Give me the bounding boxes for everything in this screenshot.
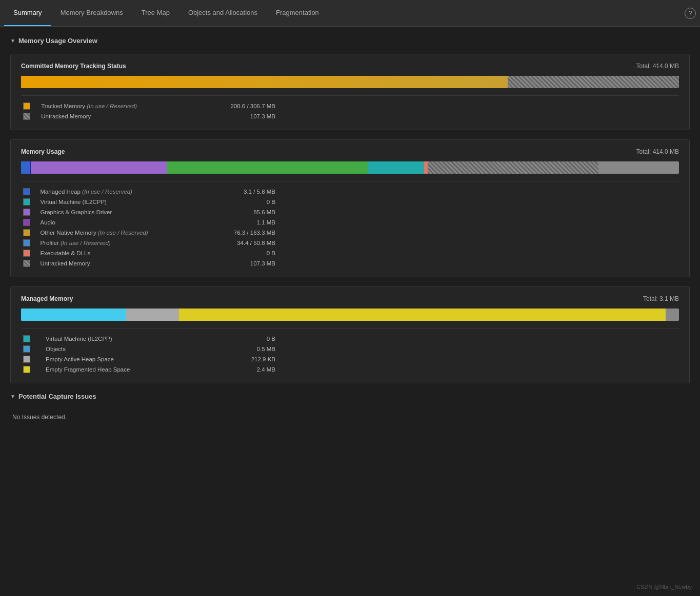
legend-value-mm-fragmented: 2.4 MB (221, 364, 277, 375)
tracked-bar-segment (21, 76, 508, 88)
managed-memory-total: Total: 3.1 MB (643, 295, 679, 302)
legend-label-tracked-italic: (In use / Reserved) (87, 103, 137, 109)
legend-color-mm-fragmented (23, 366, 30, 373)
legend-row-mm-vm: Virtual Machine (IL2CPP) 0 B (21, 334, 277, 344)
untracked-usage-bar (428, 161, 599, 174)
legend-row-vm: Virtual Machine (IL2CPP) 0 B (21, 197, 277, 207)
legend-color-tracked (23, 102, 30, 110)
legend-color-mm-objects (23, 345, 30, 353)
legend-label-vm: Virtual Machine (IL2CPP) (40, 199, 107, 205)
legend-value-managed-heap: 3.1 / 5.8 MB (208, 187, 277, 197)
legend-value-mm-objects: 0.5 MB (221, 344, 277, 354)
legend-row-other-native: Other Native Memory (In use / Reserved) … (21, 228, 277, 238)
legend-color-untracked-usage (23, 260, 30, 267)
legend-label-mm-vm: Virtual Machine (IL2CPP) (46, 336, 112, 342)
legend-label-tracked: Tracked Memory (41, 103, 85, 109)
managed-memory-legend: Virtual Machine (IL2CPP) 0 B Objects 0.5… (21, 334, 277, 375)
legend-row-mm-empty-active: Empty Active Heap Space 212.9 KB (21, 354, 277, 364)
legend-value-untracked-usage: 107.3 MB (208, 258, 277, 269)
legend-label-untracked-usage: Untracked Memory (40, 260, 90, 266)
tab-bar: Summary Memory Breakdowns Tree Map Objec… (0, 0, 700, 27)
tab-summary[interactable]: Summary (4, 0, 51, 26)
help-button[interactable]: ? (685, 8, 696, 19)
committed-memory-title: Committed Memory Tracking Status (21, 63, 126, 70)
legend-value-mm-empty-active: 212.9 KB (221, 354, 277, 364)
legend-value-other-native: 76.3 / 163.3 MB (208, 228, 277, 238)
no-issues-text: No Issues detected. (10, 409, 690, 425)
legend-color-managed-heap (23, 188, 30, 195)
legend-label-exec: Executable & DLLs (40, 250, 90, 256)
memory-overview-title: Memory Usage Overview (18, 37, 97, 45)
watermark: CSDN @Nbin_Newby (636, 584, 692, 590)
legend-value-mm-vm: 0 B (221, 334, 277, 344)
legend-color-exec (23, 250, 30, 257)
managed-memory-header: Managed Memory Total: 3.1 MB (21, 295, 679, 302)
legend-row-tracked: Tracked Memory (In use / Reserved) 200.6… (21, 101, 277, 111)
vm-bar (368, 161, 424, 174)
legend-color-graphics (23, 209, 30, 216)
committed-memory-total: Total: 414.0 MB (636, 63, 679, 70)
memory-usage-bar (21, 161, 679, 174)
legend-label-other-native: Other Native Memory (40, 230, 96, 236)
legend-label-profiler: Profiler (40, 240, 58, 246)
legend-color-vm (23, 198, 30, 205)
tab-tree-map[interactable]: Tree Map (132, 0, 179, 26)
legend-row-mm-fragmented: Empty Fragmented Heap Space 2.4 MB (21, 364, 277, 375)
potential-issues-section: ▼ Potential Capture Issues No Issues det… (10, 393, 690, 425)
committed-memory-header: Committed Memory Tracking Status Total: … (21, 63, 679, 70)
legend-label-audio: Audio (40, 219, 55, 225)
legend-color-audio (23, 219, 30, 226)
collapse-triangle[interactable]: ▼ (10, 38, 15, 44)
legend-color-other-native (23, 229, 30, 236)
tab-memory-breakdowns[interactable]: Memory Breakdowns (51, 0, 132, 26)
issues-title: Potential Capture Issues (18, 393, 96, 400)
issues-triangle[interactable]: ▼ (10, 394, 15, 399)
managed-memory-card: Managed Memory Total: 3.1 MB Virtual Mac… (10, 286, 690, 383)
legend-value-graphics: 85.6 MB (208, 207, 277, 217)
committed-memory-legend: Tracked Memory (In use / Reserved) 200.6… (21, 101, 277, 121)
memory-usage-total: Total: 414.0 MB (636, 148, 679, 155)
committed-memory-card: Committed Memory Tracking Status Total: … (10, 54, 690, 130)
legend-row-audio: Audio 1.1 MB (21, 217, 277, 228)
legend-value-profiler: 34.4 / 50.8 MB (208, 238, 277, 248)
legend-value-exec: 0 B (208, 248, 277, 258)
memory-usage-legend: Managed Heap (In use / Reserved) 3.1 / 5… (21, 187, 277, 269)
mm-empty-active-bar (126, 309, 179, 321)
legend-label-managed-heap: Managed Heap (40, 189, 81, 195)
legend-row-managed-heap: Managed Heap (In use / Reserved) 3.1 / 5… (21, 187, 277, 197)
legend-color-untracked (23, 113, 30, 120)
memory-usage-card: Memory Usage Total: 414.0 MB Managed Hea… (10, 139, 690, 277)
memory-usage-header: Memory Usage Total: 414.0 MB (21, 148, 679, 155)
legend-value-tracked: 200.6 / 306.7 MB (199, 101, 277, 111)
mm-fragmented-bar (179, 309, 666, 321)
legend-color-mm-vm (23, 335, 30, 342)
committed-memory-bar (21, 76, 679, 88)
main-content: ▼ Memory Usage Overview Committed Memory… (0, 27, 700, 435)
managed-memory-bar (21, 309, 679, 321)
other-native-bar (167, 161, 369, 174)
legend-row-untracked: Untracked Memory 107.3 MB (21, 111, 277, 121)
tab-objects-allocations[interactable]: Objects and Allocations (179, 0, 267, 26)
legend-label-mm-objects: Objects (46, 346, 66, 352)
memory-usage-title: Memory Usage (21, 148, 65, 155)
legend-row-exec: Executable & DLLs 0 B (21, 248, 277, 258)
legend-row-graphics: Graphics & Graphics Driver 85.6 MB (21, 207, 277, 217)
mm-vm-bar (21, 309, 126, 321)
legend-color-mm-empty-active (23, 356, 30, 363)
managed-memory-title: Managed Memory (21, 295, 73, 302)
legend-color-profiler (23, 239, 30, 246)
tab-fragmentation[interactable]: Fragmentation (267, 0, 328, 26)
legend-label-mm-empty-active: Empty Active Heap Space (46, 356, 114, 362)
issues-header: ▼ Potential Capture Issues (10, 393, 690, 400)
legend-label-mm-fragmented: Empty Fragmented Heap Space (46, 366, 130, 373)
legend-label-untracked: Untracked Memory (41, 113, 91, 119)
graphics-bar (31, 161, 167, 174)
legend-row-mm-objects: Objects 0.5 MB (21, 344, 277, 354)
legend-value-vm: 0 B (208, 197, 277, 207)
legend-row-untracked-usage: Untracked Memory 107.3 MB (21, 258, 277, 269)
legend-label-graphics: Graphics & Graphics Driver (40, 209, 112, 215)
memory-overview-header: ▼ Memory Usage Overview (10, 37, 690, 45)
legend-value-untracked: 107.3 MB (199, 111, 277, 121)
legend-row-profiler: Profiler (In use / Reserved) 34.4 / 50.8… (21, 238, 277, 248)
managed-heap-bar (21, 161, 31, 174)
